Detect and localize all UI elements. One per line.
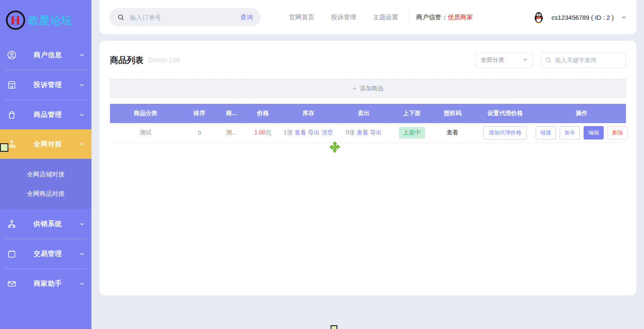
- col-auth-code: 授权码: [432, 110, 473, 117]
- query-button[interactable]: 查询: [240, 13, 253, 21]
- chevron-down-icon: [79, 82, 85, 88]
- sidebar-item-complaint-mgmt[interactable]: 投诉管理: [0, 70, 91, 100]
- cell-price: 1.00元: [245, 129, 281, 137]
- sidebar-item-label: 商家助手: [17, 279, 79, 288]
- user-area[interactable]: cs123456789 ( ID : 2 ): [532, 11, 626, 24]
- sidebar-item-merchant-info[interactable]: 商户信息: [0, 40, 91, 70]
- order-search-input[interactable]: [129, 13, 236, 21]
- filters: 全部分类: [475, 53, 626, 68]
- stock-clear-link[interactable]: 清空: [321, 129, 333, 136]
- sold-view-link[interactable]: 查看: [357, 129, 368, 136]
- auth-code-view-link[interactable]: 查看: [447, 129, 459, 136]
- col-category: 商品分类: [110, 110, 181, 117]
- qq-penguin-avatar[interactable]: [532, 11, 545, 24]
- resize-handle[interactable]: [0, 143, 8, 152]
- page-subtitle: Goods List: [148, 56, 475, 64]
- cell-stock: 1张查看导出清空: [281, 129, 336, 137]
- add-agent-price-button[interactable]: 添加代理价格: [483, 126, 527, 139]
- add-product-label: 添加商品: [360, 85, 383, 92]
- table-header-row: 商品分类 排序 商... 价格 库存 卖出 上下架 授权码 设置代理价格 操作: [110, 104, 626, 123]
- row-actions: 链接 加卡 编辑 删除: [537, 126, 626, 139]
- reputation-value: 优质商家: [448, 13, 473, 21]
- sidebar: H 欧星论坛 商户信息 投诉管理 商品: [0, 0, 91, 329]
- mail-icon: [7, 279, 17, 289]
- stock-view-link[interactable]: 查看: [295, 129, 306, 136]
- cell-auth-code: 查看: [432, 129, 473, 137]
- chevron-down-icon: [79, 251, 85, 257]
- col-sort: 排序: [181, 110, 218, 117]
- cell-shelf-status: 上架中: [391, 127, 432, 139]
- order-search-box: 查询: [110, 8, 261, 26]
- col-price: 价格: [245, 110, 281, 117]
- stock-export-link[interactable]: 导出: [308, 129, 320, 136]
- price-value: 1.00: [254, 129, 266, 136]
- keyword-search-input[interactable]: [554, 56, 621, 64]
- sidebar-item-network-connect[interactable]: 全网对接: [0, 129, 91, 159]
- reputation-label: 商户信誉：: [416, 13, 448, 21]
- chevron-down-icon: [79, 281, 85, 287]
- user-icon: [7, 50, 17, 60]
- sidebar-submenu: 全网店铺对接 全网商品对接: [0, 159, 91, 209]
- sidebar-item-trade-mgmt[interactable]: 交易管理: [0, 239, 91, 268]
- link-button[interactable]: 链接: [536, 126, 556, 139]
- sidebar-item-label: 全网对接: [17, 140, 79, 149]
- move-cursor-icon: [329, 141, 341, 153]
- chevron-down-icon[interactable]: [621, 15, 626, 20]
- sidebar-item-label: 交易管理: [17, 250, 79, 258]
- bag-icon: [7, 110, 17, 120]
- cell-category: 测试: [110, 129, 181, 137]
- topbar-divider: [409, 10, 409, 24]
- col-sold: 卖出: [336, 110, 391, 117]
- store-icon: [7, 80, 17, 90]
- col-stock: 库存: [281, 110, 336, 117]
- nav-theme-settings[interactable]: 主题设置: [373, 13, 398, 21]
- add-card-button[interactable]: 加卡: [560, 126, 580, 139]
- sidebar-subitem-shop-connect[interactable]: 全网店铺对接: [0, 165, 91, 184]
- sidebar-subitem-goods-connect[interactable]: 全网商品对接: [0, 184, 91, 203]
- sold-count: 0张: [346, 129, 355, 136]
- status-badge[interactable]: 上架中: [399, 127, 425, 139]
- sidebar-item-label: 商户信息: [17, 51, 79, 60]
- stock-count: 1张: [284, 129, 293, 136]
- logo-text: 欧星论坛: [29, 13, 72, 27]
- chevron-up-icon: [79, 141, 85, 147]
- search-icon: [117, 13, 125, 21]
- delete-button[interactable]: 删除: [607, 126, 628, 139]
- topbar: 查询 官网首页 投诉管理 主题设置 商户信誉：优质商家 cs12: [99, 0, 636, 34]
- dropdown-arrow-icon: [523, 59, 527, 61]
- price-unit: 元: [266, 129, 271, 136]
- col-shelf-status: 上下架: [391, 110, 432, 117]
- add-product-button[interactable]: + 添加商品: [110, 79, 626, 98]
- category-select-value: 全部分类: [481, 56, 523, 64]
- network-icon: [7, 219, 17, 229]
- nav-complaint-mgmt[interactable]: 投诉管理: [331, 13, 356, 21]
- resize-handle[interactable]: [331, 325, 337, 329]
- chevron-down-icon: [79, 52, 85, 58]
- sidebar-item-label: 投诉管理: [17, 81, 79, 89]
- category-select[interactable]: 全部分类: [475, 53, 533, 68]
- table-row: 测试 0 测... 1.00元 1张查看导出清空 0张查看导出 上架中 查看 添…: [110, 123, 626, 143]
- goods-table: 商品分类 排序 商... 价格 库存 卖出 上下架 授权码 设置代理价格 操作 …: [110, 104, 626, 143]
- sidebar-item-goods-mgmt[interactable]: 商品管理: [0, 100, 91, 129]
- sidebar-item-supply-system[interactable]: 供销系统: [0, 209, 91, 239]
- logo[interactable]: H 欧星论坛: [0, 0, 91, 40]
- sidebar-item-label: 商品管理: [17, 111, 79, 119]
- sidebar-item-merchant-helper[interactable]: 商家助手: [0, 269, 91, 298]
- sold-export-link[interactable]: 导出: [370, 129, 382, 136]
- cell-sold: 0张查看导出: [336, 129, 391, 137]
- page-title: 商品列表: [110, 55, 143, 66]
- col-name: 商...: [218, 110, 245, 117]
- cell-sort: 0: [181, 129, 218, 136]
- nav-official-home[interactable]: 官网首页: [289, 13, 314, 21]
- cell-actions: 链接 加卡 编辑 删除: [537, 126, 626, 139]
- sidebar-nav: 商户信息 投诉管理 商品管理: [0, 40, 91, 298]
- cell-name: 测...: [218, 129, 245, 137]
- topbar-nav: 官网首页 投诉管理 主题设置: [289, 13, 398, 21]
- plus-icon: +: [352, 85, 356, 92]
- cell-agent-price: 添加代理价格: [473, 126, 537, 139]
- logo-h-icon: H: [6, 11, 25, 30]
- keyword-search-box: [540, 53, 626, 68]
- col-actions: 操作: [537, 110, 626, 117]
- chevron-down-icon: [79, 221, 85, 227]
- edit-button[interactable]: 编辑: [584, 126, 604, 139]
